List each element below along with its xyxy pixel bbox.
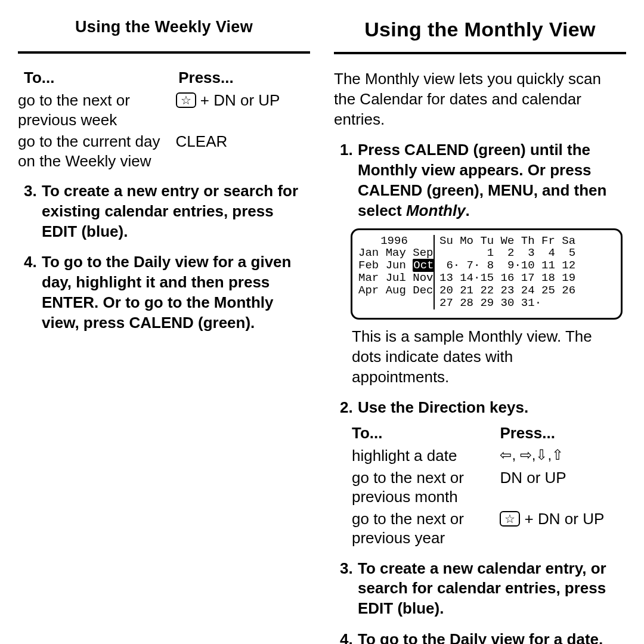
row-to: go to the current day on the Weekly view <box>18 132 176 171</box>
step-1-monthly: 1. Press CALEND (green) until the Monthl… <box>340 140 626 221</box>
star-key-icon: ☆ <box>176 92 196 108</box>
step-3-monthly: 3. To create a new calendar entry, or se… <box>340 559 626 619</box>
step-4-weekly: 4. To go to the Daily view for a given d… <box>24 252 310 333</box>
step-4-monthly: 4. To go to the Daily view for a date, h… <box>340 630 626 644</box>
row-to: go to the next or previous month <box>352 468 500 507</box>
table-row: go to the next or previous week ☆ + DN o… <box>18 91 310 129</box>
table-row: highlight a date ⇦, ⇨,⇩,⇧ <box>352 446 626 466</box>
monthly-table-header: To... Press... <box>352 424 626 442</box>
row-to: go to the next or previous week <box>18 91 176 129</box>
row-press: ☆ + DN or UP <box>500 509 626 548</box>
row-press: CLEAR <box>176 132 310 171</box>
th-to: To... <box>352 424 500 442</box>
weekly-view-heading: Using the Weekly View <box>18 18 310 54</box>
monthly-table: To... Press... highlight a date ⇦, ⇨,⇩,⇧… <box>352 424 626 548</box>
lcd-caption: This is a sample Monthly view. The dots … <box>352 327 614 387</box>
monthly-view-heading: Using the Monthly View <box>334 18 626 54</box>
step-3-weekly: 3. To create a new entry or search for e… <box>24 181 310 242</box>
monthly-intro: The Monthly view lets you quickly scan t… <box>334 69 626 129</box>
row-to: highlight a date <box>352 446 500 466</box>
row-press: ☆ + DN or UP <box>176 91 310 129</box>
th-press: Press... <box>178 69 310 87</box>
lcd-month-list: 1996 Jan May Sep Feb Jun Oct Mar Jul Nov… <box>358 235 435 309</box>
monthly-lcd-screenshot: 1996 Jan May Sep Feb Jun Oct Mar Jul Nov… <box>351 228 623 320</box>
table-row: go to the next or previous month DN or U… <box>352 468 626 507</box>
table-row: go to the next or previous year ☆ + DN o… <box>352 509 626 548</box>
lcd-year: 1996 <box>358 235 430 247</box>
step-2-monthly: 2. Use the Direction keys. <box>340 398 626 418</box>
lcd-calendar-grid: Su Mo Tu We Th Fr Sa 1 2 3 4 5 6· 7· 8 9… <box>435 235 575 309</box>
manual-page: Using the Weekly View To... Press... go … <box>0 0 644 644</box>
row-press: DN or UP <box>500 468 626 507</box>
arrow-keys-icon: ⇦, ⇨,⇩,⇧ <box>500 446 626 466</box>
left-column: Using the Weekly View To... Press... go … <box>18 18 310 644</box>
star-key-icon: ☆ <box>500 511 520 527</box>
th-press: Press... <box>500 424 626 442</box>
th-to: To... <box>24 69 178 87</box>
row-to: go to the next or previous year <box>352 509 500 548</box>
right-column: Using the Monthly View The Monthly view … <box>334 18 626 644</box>
weekly-table-header: To... Press... <box>24 69 310 87</box>
selected-month: Oct <box>413 259 434 272</box>
table-row: go to the current day on the Weekly view… <box>18 132 310 171</box>
